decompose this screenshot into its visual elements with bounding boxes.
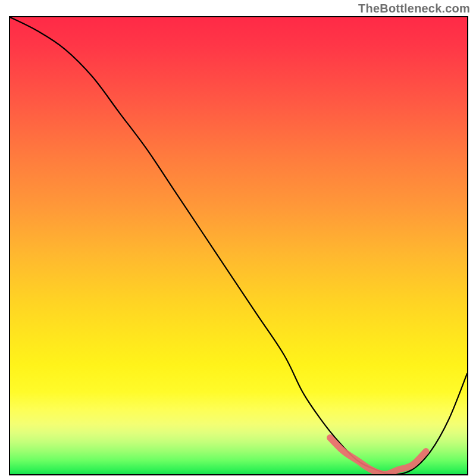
- chart-container: TheBottleneck.com: [0, 0, 476, 476]
- watermark-label: TheBottleneck.com: [358, 2, 470, 15]
- bottleneck-curve: [10, 17, 467, 474]
- optimal-range-marker: [330, 438, 426, 474]
- curve-layer: [10, 17, 467, 474]
- plot-area: [9, 16, 468, 475]
